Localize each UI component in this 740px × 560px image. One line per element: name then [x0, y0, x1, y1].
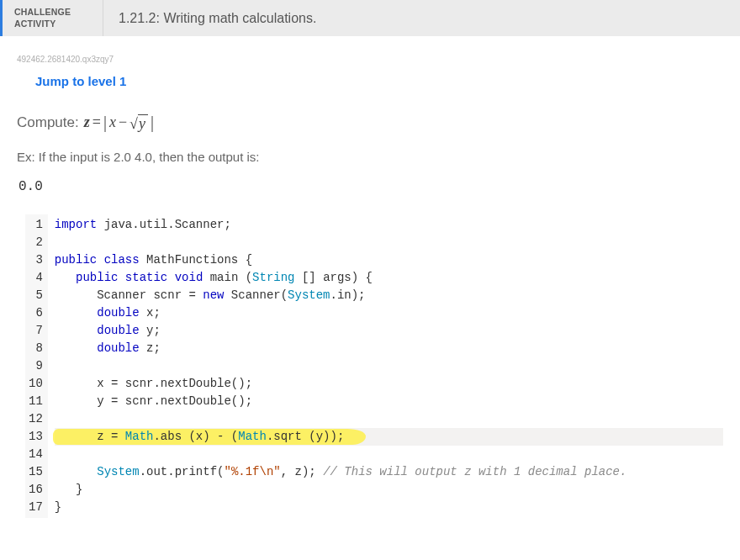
line-number: 10: [29, 375, 43, 393]
code-line[interactable]: [55, 234, 723, 251]
line-number: 4: [29, 269, 43, 287]
line-number: 7: [29, 322, 43, 340]
line-number: 11: [29, 393, 43, 410]
code-line[interactable]: double z;: [55, 340, 723, 357]
code-line[interactable]: System.out.printf("%.1f\n", z); // This …: [55, 463, 723, 481]
code-line[interactable]: import java.util.Scanner;: [55, 216, 723, 234]
code-body[interactable]: import java.util.Scanner;public class Ma…: [48, 214, 723, 518]
formula-minus: −: [119, 114, 127, 131]
code-line[interactable]: double x;: [55, 304, 723, 322]
code-line[interactable]: [55, 446, 723, 463]
line-number: 17: [29, 499, 43, 516]
sqrt-sign: √: [130, 116, 138, 131]
line-number: 1: [29, 216, 43, 234]
formula-x: x: [109, 114, 116, 131]
code-line[interactable]: public class MathFunctions {: [55, 251, 723, 269]
line-number: 12: [29, 410, 43, 428]
type-line1: CHALLENGE: [14, 7, 71, 17]
code-line[interactable]: x = scnr.nextDouble();: [55, 375, 723, 393]
line-number: 13: [29, 428, 43, 446]
type-line2: ACTIVITY: [14, 18, 56, 29]
compute-prefix: Compute:: [17, 114, 79, 131]
formula-eq: =: [92, 114, 101, 131]
code-editor[interactable]: 1234567891011121314151617 import java.ut…: [17, 214, 723, 518]
compute-instruction: Compute: z = | x − √ y |: [17, 112, 723, 133]
sqrt-radicand: y: [138, 114, 148, 133]
abs-close: |: [151, 113, 154, 132]
challenge-header: CHALLENGE ACTIVITY 1.21.2: Writing math …: [0, 0, 740, 36]
line-number: 3: [29, 251, 43, 269]
line-number: 5: [29, 287, 43, 304]
line-number: 8: [29, 340, 43, 357]
code-line[interactable]: }: [55, 481, 723, 499]
code-line[interactable]: y = scnr.nextDouble();: [55, 393, 723, 410]
line-number: 9: [29, 357, 43, 375]
example-text: Ex: If the input is 2.0 4.0, then the ou…: [17, 150, 723, 164]
code-line[interactable]: [55, 357, 723, 375]
line-number: 16: [29, 481, 43, 499]
sqrt: √ y: [130, 114, 148, 133]
code-line[interactable]: }: [55, 499, 723, 516]
code-line[interactable]: z = Math.abs (x) - (Math.sqrt (y));: [55, 428, 723, 446]
line-number: 14: [29, 446, 43, 463]
abs-open: |: [103, 113, 107, 132]
code-line[interactable]: public static void main (String [] args)…: [55, 269, 723, 287]
activity-content: 492462.2681420.qx3zqy7 Jump to level 1 C…: [0, 36, 740, 535]
code-line[interactable]: [55, 410, 723, 428]
code-line[interactable]: Scanner scnr = new Scanner(System.in);: [55, 287, 723, 304]
line-gutter: 1234567891011121314151617: [25, 214, 48, 518]
line-number: 6: [29, 304, 43, 322]
activity-type-label: CHALLENGE ACTIVITY: [3, 0, 103, 36]
jump-to-level-link[interactable]: Jump to level 1: [35, 74, 126, 88]
code-line[interactable]: double y;: [55, 322, 723, 340]
meta-id: 492462.2681420.qx3zqy7: [17, 55, 723, 64]
formula-lhs: z: [84, 114, 90, 131]
activity-title: 1.21.2: Writing math calculations.: [103, 3, 331, 34]
line-number: 15: [29, 463, 43, 481]
example-output: 0.0: [17, 179, 723, 194]
formula: z = | x − √ y |: [84, 112, 154, 133]
line-number: 2: [29, 234, 43, 251]
